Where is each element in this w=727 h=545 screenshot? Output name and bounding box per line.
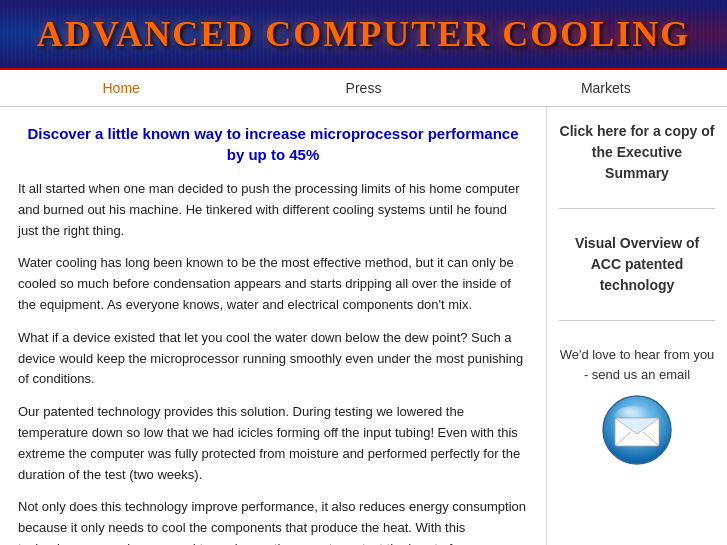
sidebar-divider-1	[559, 208, 715, 209]
nav-item-press[interactable]: Press	[242, 76, 484, 100]
visual-overview-block: Visual Overview of ACC patented technolo…	[559, 233, 715, 296]
nav-item-home[interactable]: Home	[0, 76, 242, 100]
nav-item-markets[interactable]: Markets	[485, 76, 727, 100]
sidebar: Click here for a copy of the Executive S…	[547, 107, 727, 545]
content-heading: Discover a little known way to increase …	[18, 123, 528, 165]
paragraph-1: It all started when one man decided to p…	[18, 179, 528, 241]
paragraph-3: What if a device existed that let you co…	[18, 328, 528, 390]
paragraph-2: Water cooling has long been known to be …	[18, 253, 528, 315]
executive-summary-block: Click here for a copy of the Executive S…	[559, 121, 715, 184]
paragraph-4: Our patented technology provides this so…	[18, 402, 528, 485]
paragraph-5: Not only does this technology improve pe…	[18, 497, 528, 545]
email-label: We'd love to hear from you - send us an …	[559, 345, 715, 384]
visual-overview-link[interactable]: Visual Overview of ACC patented technolo…	[559, 233, 715, 296]
site-header: Advanced Computer Cooling	[0, 0, 727, 70]
main-layout: Discover a little known way to increase …	[0, 107, 727, 545]
main-content: Discover a little known way to increase …	[0, 107, 547, 545]
executive-summary-link[interactable]: Click here for a copy of the Executive S…	[559, 121, 715, 184]
email-icon	[601, 394, 673, 466]
site-title: Advanced Computer Cooling	[37, 13, 690, 55]
email-section: We'd love to hear from you - send us an …	[559, 345, 715, 466]
main-nav: Home Press Markets	[0, 70, 727, 107]
email-icon-button[interactable]	[601, 394, 673, 466]
sidebar-divider-2	[559, 320, 715, 321]
